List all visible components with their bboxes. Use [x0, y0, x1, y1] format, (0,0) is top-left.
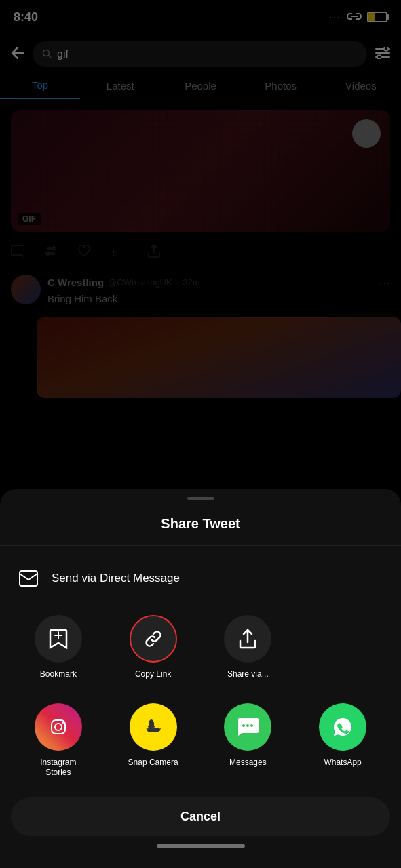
cancel-button[interactable]: Cancel — [11, 797, 390, 836]
sheet-divider — [0, 545, 401, 546]
share-via-action[interactable]: Share via... — [201, 607, 296, 688]
instagram-action[interactable]: Instagram Stories — [11, 695, 106, 787]
whatsapp-action[interactable]: WhatsApp — [295, 695, 390, 787]
bottom-sheet: Share Tweet Send via Direct Message Book… — [0, 489, 401, 868]
bookmark-circle — [35, 615, 82, 663]
svg-point-9 — [55, 724, 62, 730]
home-indicator — [157, 844, 245, 848]
snapchat-circle — [130, 703, 177, 751]
whatsapp-label: WhatsApp — [324, 757, 361, 768]
svg-point-10 — [62, 722, 64, 724]
share-via-circle — [224, 615, 271, 663]
instagram-circle — [35, 703, 82, 751]
apps-grid: Instagram Stories Snap Camera — [0, 688, 401, 787]
messages-circle — [224, 703, 271, 751]
instagram-label: Instagram Stories — [40, 757, 76, 778]
svg-point-13 — [250, 724, 253, 727]
dm-icon — [16, 566, 41, 591]
messages-label: Messages — [229, 757, 267, 768]
snapchat-action[interactable]: Snap Camera — [106, 695, 201, 787]
share-via-label: Share via... — [227, 669, 269, 680]
sheet-handle — [187, 497, 214, 500]
dm-row[interactable]: Send via Direct Message — [0, 557, 401, 600]
whatsapp-circle — [319, 703, 366, 751]
messages-action[interactable]: Messages — [201, 695, 296, 787]
copy-link-action[interactable]: Copy Link — [106, 607, 201, 688]
svg-rect-7 — [20, 571, 37, 586]
copy-link-label: Copy Link — [135, 669, 171, 680]
bookmark-action[interactable]: Bookmark — [11, 607, 106, 688]
actions-grid: Bookmark Copy Link Share via... — [0, 600, 401, 688]
dm-label: Send via Direct Message — [52, 572, 180, 585]
svg-point-12 — [246, 724, 249, 727]
sheet-title: Share Tweet — [0, 505, 401, 545]
svg-point-11 — [242, 724, 245, 727]
snapchat-label: Snap Camera — [128, 757, 178, 768]
bookmark-label: Bookmark — [40, 669, 77, 680]
copy-link-circle — [130, 615, 177, 663]
